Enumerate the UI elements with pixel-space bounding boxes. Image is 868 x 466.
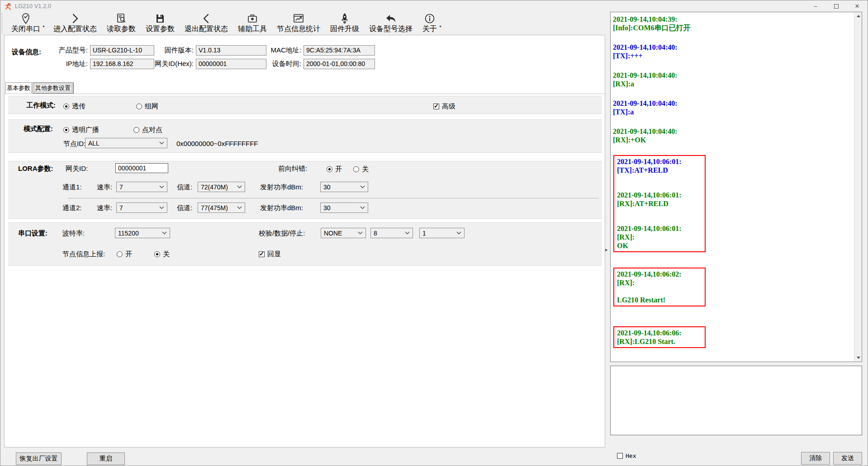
checkbox-icon[interactable] [433,104,439,109]
restart-button[interactable]: 重启 [87,452,125,465]
radio-option-label: 点对点 [142,126,162,134]
toolbar-about-button[interactable]: 关于 [420,12,440,34]
baud-select[interactable]: 115200 [115,228,170,238]
radio-selected-icon[interactable] [63,104,69,109]
select-value: 30 [323,184,358,191]
channel-divider [68,198,598,198]
parity-select[interactable]: NONE [321,228,366,238]
maximize-button[interactable] [826,0,847,12]
firmware-version-value[interactable]: V1.0.13 [196,45,266,56]
ip-address-value[interactable]: 192.168.8.162 [90,59,154,69]
toolbar-close-serial-button[interactable]: 关闭串口 [9,12,43,34]
framing-label: 校验/数据/停止: [259,229,305,238]
toolbar-node-stats-button[interactable]: 节点信息统计 [274,12,323,34]
log-line: [RX]:+OK [613,136,851,144]
log-entry: 2021-09-14,10:04:39:[Info]:COM6串口已打开 [613,15,851,32]
select-value: 115200 [118,230,160,237]
radio-option[interactable]: 开 [327,165,342,174]
field-label: 网关ID(Hex): [148,60,194,68]
tab-other-params[interactable]: 其他参数设置 [33,82,73,94]
radio-option[interactable]: 透传 [63,102,85,111]
toolbar-fw-upgrade-button[interactable]: 固件升级 [327,12,362,34]
field-label: 固件版本: [158,46,194,55]
device-field: 设备时间: 2000-01-01,00:00:80 [267,59,375,69]
radio-selected-icon[interactable] [63,127,69,133]
toolbar-enter-config-button[interactable]: 进入配置状态 [51,12,100,34]
hex-checkbox[interactable] [617,453,623,459]
toolbar-read-params-button[interactable]: 读取参数 [104,12,138,34]
send-button[interactable]: 发送 [833,452,862,465]
databits-select[interactable]: 8 [370,228,413,238]
log-line: [RX]: [617,278,702,287]
close-button[interactable]: ✕ [847,0,868,12]
radio-option[interactable]: 关 [154,250,170,259]
log-content[interactable]: 2021-09-14,10:04:39:[Info]:COM6串口已打开2021… [613,15,851,361]
select-value: 72(470M) [201,184,235,191]
radio-option[interactable]: 组网 [136,102,158,111]
chevron-right-icon [71,13,80,24]
node-id-select[interactable]: ALL [85,138,167,148]
stopbits-select[interactable]: 1 [419,228,465,238]
dropdown-caret-icon[interactable]: ▼ [42,25,45,28]
gateway-id-hex-value[interactable]: 00000001 [196,59,266,69]
channel1-power-select[interactable]: 30 [320,182,368,192]
product-model-value[interactable]: USR-LG210-L-10 [90,45,154,56]
log-entry: 2021-09-14,10:06:01:[RX]:AT+RELD [617,191,702,208]
log-group: 2021-09-14,10:04:40:[RX]:a [613,71,851,88]
log-scrollbar[interactable] [854,12,862,362]
radio-option[interactable]: 透明广播 [63,126,99,134]
save-icon [155,13,166,24]
radio-option[interactable]: 关 [353,165,369,174]
hex-checkbox-wrap[interactable]: Hex [617,452,636,459]
radio-option[interactable]: 开 [117,250,132,259]
work-mode-radio-group: 透传组网 [63,102,158,111]
checkbox-icon[interactable] [259,251,265,257]
radio-option[interactable]: 点对点 [133,126,162,134]
tab-basic-params[interactable]: 基本参数 [5,82,32,94]
radio-unselected-icon[interactable] [353,166,359,172]
channel2-power-select[interactable]: 30 [320,202,368,213]
echo-checkbox[interactable]: 回显 [259,250,281,259]
device-time-value[interactable]: 2000-01-01,00:00:80 [304,59,375,69]
toolbar-grip[interactable] [2,13,2,34]
clear-button[interactable]: 清除 [801,452,830,465]
gateway-id-input[interactable]: 00000001 [115,163,168,173]
send-input[interactable] [610,366,862,435]
log-entry: 2021-09-14,10:04:40:[TX]:a [613,99,851,116]
radio-unselected-icon[interactable] [133,127,139,133]
toolbar-item-label: 固件升级 [330,24,359,34]
toolbar-exit-config-button[interactable]: 退出配置状态 [182,12,231,34]
log-highlight-group: 2021-09-14,10:06:02:[RX]:LG210 Restart! [613,268,706,306]
scroll-down-icon[interactable] [854,354,862,362]
toolbar-aux-tools-button[interactable]: 辅助工具 [235,12,270,34]
advanced-checkbox[interactable]: 高级 [433,102,455,111]
factory-reset-button[interactable]: 恢复出厂设置 [16,452,62,465]
channel1-freq-select[interactable]: 72(470M) [198,182,245,192]
channel2-rate-select[interactable]: 7 [116,202,167,213]
splitter-collapse-arrow[interactable]: ▸ [605,247,608,253]
radio-unselected-icon[interactable] [117,251,123,257]
toolbar-model-select-button[interactable]: 设备型号选择 [366,12,415,34]
tab-content-divider [5,94,605,94]
radio-selected-icon[interactable] [154,251,160,257]
log-highlight-group: 2021-09-14,10:06:01:[TX]:AT+RELD2021-09-… [613,155,706,252]
channel2-freq-select[interactable]: 77(475M) [198,202,245,213]
log-line: 2021-09-14,10:06:06: [617,329,702,337]
minimize-button[interactable]: – [805,0,826,12]
log-line [617,287,702,296]
radio-selected-icon[interactable] [327,166,332,172]
select-value: 7 [119,204,157,212]
scroll-up-icon[interactable] [854,12,862,20]
mac-address-value[interactable]: 9C:A5:25:94:7A:3A [304,45,375,56]
log-line: 2021-09-14,10:04:40: [613,43,851,52]
select-value: 8 [374,230,403,237]
log-group: 2021-09-14,10:04:39:[Info]:COM6串口已打开 [613,15,851,32]
chevron-down-icon [162,231,167,235]
channel1-rate-select[interactable]: 7 [116,182,167,192]
toolbar-write-params-button[interactable]: 设置参数 [143,12,177,34]
radio-option-label: 关 [163,250,170,259]
log-group: 2021-09-14,10:04:40:[TX]:a [613,99,851,116]
radio-unselected-icon[interactable] [136,104,142,109]
dropdown-caret-icon[interactable]: ▼ [439,25,442,28]
log-line: [TX]:a [613,108,851,116]
